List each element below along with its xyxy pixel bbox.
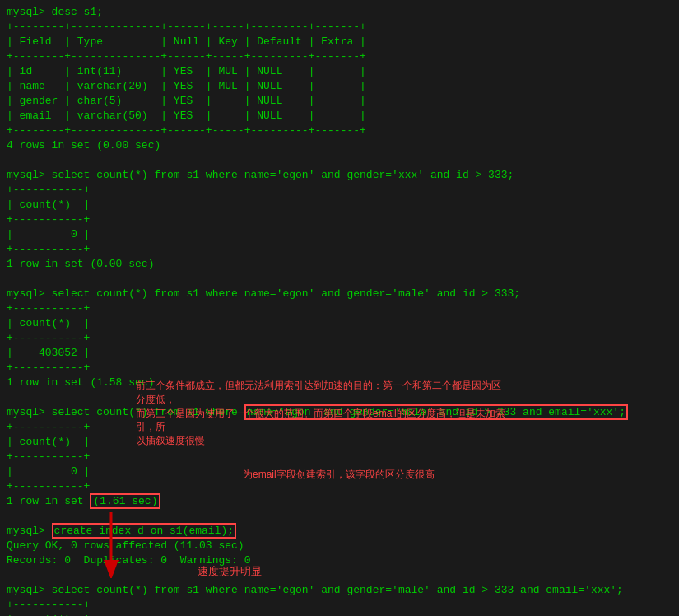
- line-35: mysql> select count(*) from s1 where nam…: [7, 583, 672, 598]
- line-37: | count(*) |: [7, 613, 672, 616]
- line-34: Records: 0 Duplicates: 0 Warnings: 0: [7, 553, 672, 568]
- line-28: +-----------+: [7, 450, 672, 464]
- line-blank-2: [7, 272, 672, 287]
- line-blank-3: [7, 390, 672, 405]
- line-6: | name | varchar(20) | YES | MUL | NULL …: [7, 79, 672, 94]
- line-33: Query OK, 0 rows affected (11.03 sec): [7, 539, 672, 553]
- line-blank-4: [7, 509, 672, 524]
- line-16: +-----------+: [7, 242, 672, 257]
- line-8: | email | varchar(50) | YES | | NULL | |: [7, 109, 672, 124]
- line-26: +-----------+: [7, 420, 672, 435]
- line-24: 1 row in set (1.58 sec): [7, 376, 672, 390]
- line-5: | id | int(11) | YES | MUL | NULL | |: [7, 64, 672, 79]
- line-17: 1 row in set (0.00 sec): [7, 257, 672, 272]
- line-20: | count(*) |: [7, 316, 672, 331]
- line-18: mysql> select count(*) from s1 where nam…: [7, 287, 672, 301]
- line-blank-5: [7, 568, 672, 583]
- line-15: | 0 |: [7, 227, 672, 242]
- line-31: 1 row in set (1.61 sec): [7, 494, 672, 509]
- line-25: mysql> select count(*) from s1 where nam…: [7, 405, 672, 420]
- line-32: mysql> create index d on s1(email);: [7, 524, 672, 539]
- line-11: mysql> select count(*) from s1 where nam…: [7, 168, 672, 183]
- line-4: +--------+--------------+------+-----+--…: [7, 49, 672, 64]
- line-30: +-----------+: [7, 479, 672, 494]
- line-12: +-----------+: [7, 183, 672, 198]
- line-2: +--------+--------------+------+-----+--…: [7, 20, 672, 35]
- line-27: | count(*) |: [7, 435, 672, 450]
- line-22: | 403052 |: [7, 346, 672, 361]
- line-29: | 0 |: [7, 464, 672, 479]
- line-3: | Field | Type | Null | Key | Default | …: [7, 35, 672, 49]
- line-14: +-----------+: [7, 212, 672, 227]
- line-19: +-----------+: [7, 301, 672, 316]
- line-13: | count(*) |: [7, 198, 672, 212]
- line-9: +--------+--------------+------+-----+--…: [7, 124, 672, 138]
- terminal: mysql> desc s1; +--------+--------------…: [0, 0, 679, 616]
- line-1: mysql> desc s1;: [7, 5, 672, 20]
- line-21: +-----------+: [7, 331, 672, 346]
- line-7: | gender | char(5) | YES | | NULL | |: [7, 94, 672, 109]
- line-36: +-----------+: [7, 598, 672, 613]
- line-blank-1: [7, 153, 672, 168]
- line-23: +-----------+: [7, 361, 672, 376]
- line-10: 4 rows in set (0.00 sec): [7, 138, 672, 153]
